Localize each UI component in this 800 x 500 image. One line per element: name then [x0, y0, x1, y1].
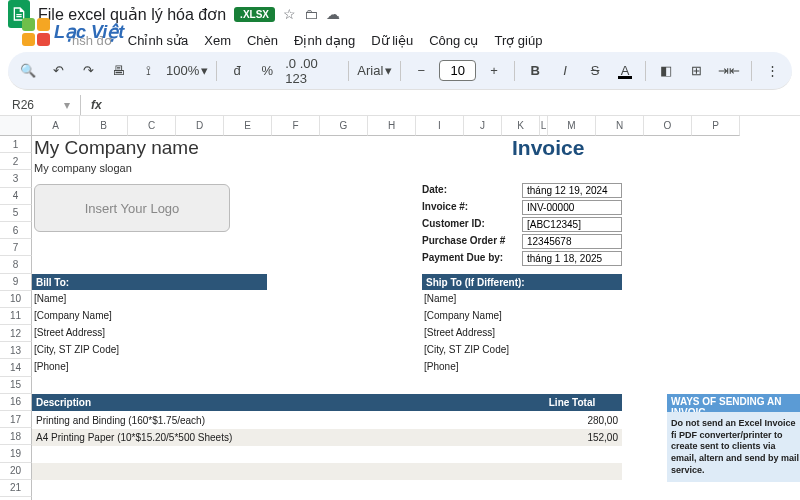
row-header-7[interactable]: 7: [0, 239, 32, 256]
row-header-18[interactable]: 18: [0, 428, 32, 445]
billto-company[interactable]: [Company Name]: [34, 310, 112, 321]
row-header-15[interactable]: 15: [0, 377, 32, 394]
info-body[interactable]: Do not send an Excel Invoice fi PDF conv…: [667, 412, 800, 482]
row-header-10[interactable]: 10: [0, 291, 32, 308]
menu-tools[interactable]: Công cụ: [429, 33, 478, 48]
print-icon[interactable]: 🖶: [106, 59, 130, 83]
col-header-P[interactable]: P: [692, 116, 740, 136]
col-header-M[interactable]: M: [548, 116, 596, 136]
row-header-21[interactable]: 21: [0, 480, 32, 497]
number-format-button[interactable]: .0 .00 123: [285, 56, 340, 86]
shipto-company[interactable]: [Company Name]: [424, 310, 502, 321]
logo-placeholder[interactable]: Insert Your Logo: [34, 184, 230, 232]
font-decrease-button[interactable]: −: [409, 59, 433, 83]
company-name[interactable]: My Company name: [34, 137, 199, 159]
merge-icon[interactable]: ⇥⇤: [714, 59, 743, 83]
line2-total[interactable]: 152,00: [522, 429, 622, 446]
cloud-icon[interactable]: ☁: [326, 6, 340, 22]
invoice-title[interactable]: Invoice: [512, 136, 650, 160]
bold-button[interactable]: B: [523, 59, 547, 83]
more-icon[interactable]: ⋮: [760, 59, 784, 83]
menu-edit[interactable]: Chỉnh sửa: [128, 33, 188, 48]
company-slogan[interactable]: My company slogan: [34, 162, 132, 174]
row-header-5[interactable]: 5: [0, 205, 32, 222]
col-header-F[interactable]: F: [272, 116, 320, 136]
italic-button[interactable]: I: [553, 59, 577, 83]
shipto-city[interactable]: [City, ST ZIP Code]: [424, 344, 509, 355]
col-header-E[interactable]: E: [224, 116, 272, 136]
row-header-8[interactable]: 8: [0, 256, 32, 273]
name-box[interactable]: R26: [8, 96, 56, 114]
select-all-corner[interactable]: [0, 116, 32, 136]
row-header-3[interactable]: 3: [0, 170, 32, 187]
row-header-20[interactable]: 20: [0, 463, 32, 480]
billto-street[interactable]: [Street Address]: [34, 327, 105, 338]
menu-format[interactable]: Định dạng: [294, 33, 355, 48]
shipto-street[interactable]: [Street Address]: [424, 327, 495, 338]
text-color-button[interactable]: A: [613, 59, 637, 83]
row-header-2[interactable]: 2: [0, 153, 32, 170]
currency-button[interactable]: đ: [225, 59, 249, 83]
row-header-1[interactable]: 1: [0, 136, 32, 153]
menu-insert[interactable]: Chèn: [247, 33, 278, 48]
col-header-I[interactable]: I: [416, 116, 464, 136]
fill-color-icon[interactable]: ◧: [654, 59, 678, 83]
billto-header[interactable]: Bill To:: [32, 274, 267, 290]
due-input[interactable]: tháng 1 18, 2025: [522, 251, 622, 266]
row-header-4[interactable]: 4: [0, 188, 32, 205]
col-header-D[interactable]: D: [176, 116, 224, 136]
shipto-phone[interactable]: [Phone]: [424, 361, 458, 372]
redo-icon[interactable]: ↷: [76, 59, 100, 83]
col-header-N[interactable]: N: [596, 116, 644, 136]
row-header-17[interactable]: 17: [0, 411, 32, 428]
zoom-dropdown[interactable]: 100% ▾: [166, 63, 208, 78]
customer-id-input[interactable]: [ABC12345]: [522, 217, 622, 232]
line4-empty[interactable]: [32, 463, 622, 480]
menu-view[interactable]: Xem: [204, 33, 231, 48]
col-header-L[interactable]: L: [540, 116, 548, 136]
paint-format-icon[interactable]: ⟟: [136, 59, 160, 83]
col-header-K[interactable]: K: [502, 116, 540, 136]
shipto-name[interactable]: [Name]: [424, 293, 456, 304]
folder-icon[interactable]: 🗀: [304, 6, 318, 22]
line1-total[interactable]: 280,00: [522, 412, 622, 429]
date-input[interactable]: tháng 12 19, 2024: [522, 183, 622, 198]
row-header-11[interactable]: 11: [0, 308, 32, 325]
invoice-num-input[interactable]: INV-00000: [522, 200, 622, 215]
search-icon[interactable]: 🔍: [16, 59, 40, 83]
row-header-13[interactable]: 13: [0, 342, 32, 359]
desc-header[interactable]: Description: [32, 394, 522, 411]
col-header-G[interactable]: G: [320, 116, 368, 136]
line2-desc[interactable]: A4 Printing Paper (10*$15.20/5*500 Sheet…: [32, 429, 522, 446]
font-increase-button[interactable]: +: [482, 59, 506, 83]
percent-button[interactable]: %: [255, 59, 279, 83]
row-header-14[interactable]: 14: [0, 359, 32, 376]
po-input[interactable]: 12345678: [522, 234, 622, 249]
menu-data[interactable]: Dữ liệu: [371, 33, 413, 48]
col-header-J[interactable]: J: [464, 116, 502, 136]
billto-city[interactable]: [City, ST ZIP Code]: [34, 344, 119, 355]
shipto-header[interactable]: Ship To (If Different):: [422, 274, 622, 290]
row-header-12[interactable]: 12: [0, 325, 32, 342]
star-icon[interactable]: ☆: [283, 6, 296, 22]
line5-empty[interactable]: [32, 480, 622, 497]
borders-icon[interactable]: ⊞: [684, 59, 708, 83]
col-header-A[interactable]: A: [32, 116, 80, 136]
line3-empty[interactable]: [32, 446, 622, 463]
col-header-B[interactable]: B: [80, 116, 128, 136]
fx-icon[interactable]: fx: [91, 98, 102, 112]
total-header[interactable]: Line Total: [522, 394, 622, 411]
col-header-O[interactable]: O: [644, 116, 692, 136]
col-header-H[interactable]: H: [368, 116, 416, 136]
undo-icon[interactable]: ↶: [46, 59, 70, 83]
col-header-C[interactable]: C: [128, 116, 176, 136]
menu-help[interactable]: Trợ giúp: [494, 33, 542, 48]
billto-name[interactable]: [Name]: [34, 293, 66, 304]
row-header-9[interactable]: 9: [0, 274, 32, 291]
row-header-6[interactable]: 6: [0, 222, 32, 239]
font-dropdown[interactable]: Arial ▾: [357, 63, 392, 78]
billto-phone[interactable]: [Phone]: [34, 361, 68, 372]
font-size-input[interactable]: 10: [439, 60, 476, 81]
strike-button[interactable]: S: [583, 59, 607, 83]
row-header-16[interactable]: 16: [0, 394, 32, 411]
